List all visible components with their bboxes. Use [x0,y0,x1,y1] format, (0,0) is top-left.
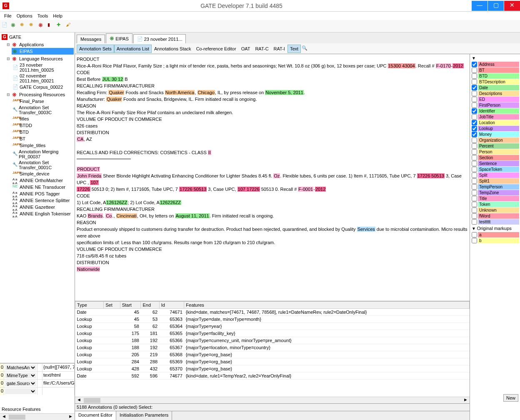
tree-item[interactable]: 📄GATE Corpus_00022 [12,84,74,90]
view-button[interactable]: RAT-I [271,45,288,53]
document-text[interactable]: PRODUCT Rice-A-Roni Rice Pilaf Flavor, F… [75,54,470,301]
annotation-set-row[interactable]: b [471,238,519,243]
table-row[interactable]: Lookup18819265367{majorType=location, mi… [75,344,470,351]
set-checkbox[interactable] [472,85,477,90]
set-checkbox[interactable] [472,126,477,131]
tree-item[interactable]: 📄02 november 2011.htm_00021 [12,73,74,84]
scrollbar-horizontal[interactable]: ◄► [75,397,470,403]
annotation-sets-panel[interactable]: ▼ AddressBTBTDBTDescriptionDateDescripti… [470,54,520,420]
table-row[interactable]: Lookup42843265370{majorType=org_base} [75,365,470,372]
close-button[interactable]: ✕ [504,1,520,11]
set-checkbox[interactable] [472,120,477,125]
annotation-set-row[interactable]: Lookup [471,126,519,131]
set-checkbox[interactable] [472,202,477,207]
toolbar-icon-1[interactable]: 📄 [2,22,10,30]
table-row[interactable]: Lookup455365363{majorType=date, minorTyp… [75,316,470,323]
tree-item[interactable]: JAPEFinal_Parse [12,98,74,105]
tree-item[interactable]: NEANNIE NE Transducer [12,184,74,190]
annotation-set-row[interactable]: BTDescription [471,79,519,85]
annotation-set-row[interactable]: BTD [471,73,519,79]
new-button[interactable]: New [503,394,518,402]
annotation-set-row[interactable]: BT [471,68,519,73]
tree-item[interactable]: A aa AANNIE Gazetteer [12,204,74,210]
collapse-arrow-icon[interactable]: ▼ Original markups [471,225,519,232]
maximize-button[interactable]: ▢ [488,1,504,11]
annotation-set-row[interactable]: Descriptions [471,91,519,96]
tree-item[interactable]: A aa AANNIE Sentence Splitter [12,197,74,204]
toolbar-icon-7[interactable]: ✚ [57,22,65,30]
set-checkbox[interactable] [472,155,477,160]
resource-tree[interactable]: GGATE ⊟❋Applications ❋EIPAS ⊟❋Language R… [0,32,75,363]
collapse-arrow-icon[interactable]: ▼ [471,55,519,61]
table-row[interactable]: Date59259674677{kind=date, rule1=TempYea… [75,372,470,380]
set-checkbox[interactable] [472,132,477,137]
tab-eipas[interactable]: ❋EIPAS [106,33,132,43]
toolbar-icon-6[interactable]: ▮ [48,22,56,30]
set-checkbox[interactable] [472,73,477,79]
annotation-set-row[interactable]: Identifier [471,108,519,114]
annotation-set-row[interactable]: JobTitle [471,114,519,120]
toolbar-icon-5[interactable]: ❋ [38,22,47,30]
set-checkbox[interactable] [472,161,477,166]
tab-document[interactable]: 📄23 noveber 2011... [133,34,186,43]
view-button[interactable]: Co-reference Editor [194,45,239,53]
rf-key-select[interactable]: MatchesAnnots [5,365,36,370]
annotation-set-row[interactable]: Sentence [471,161,519,166]
set-checkbox[interactable] [472,238,477,243]
set-checkbox[interactable] [472,172,477,178]
view-button[interactable]: RAT-C [252,45,271,53]
annotation-set-row[interactable]: Percent [471,143,519,149]
view-button[interactable]: Annotations List [114,45,152,53]
menu-help[interactable]: Help [50,13,65,18]
set-checkbox[interactable] [472,167,477,172]
toolbar-icon-3[interactable]: ❋ [20,22,28,30]
annotation-set-row[interactable]: Date [471,85,519,90]
view-button[interactable]: Text [288,45,301,53]
set-checkbox[interactable] [472,196,477,201]
tree-item-eipas[interactable]: ❋EIPAS [12,48,74,55]
annotation-set-row[interactable]: testtttt [471,219,519,225]
tree-item[interactable]: JAPESimple_titles [12,142,74,149]
tree-item[interactable]: 🔧Annotation Merging PR_00037 [12,149,74,160]
resource-features-grid[interactable]: 0MatchesAnnots{null=[[74697, 74699], [70… [0,363,75,405]
annotation-set-row[interactable]: Split1 [471,178,519,184]
set-checkbox[interactable] [472,149,477,155]
annotation-set-row[interactable]: Person [471,149,519,155]
rf-key-select[interactable]: MimeType [5,372,36,378]
annotation-set-row[interactable]: FirstPerson [471,102,519,108]
tree-item[interactable]: JAPEBTD [12,129,74,135]
table-row[interactable]: Lookup18819265366{majorType=currency_uni… [75,337,470,344]
annotations-table[interactable]: TypeSetStartEndIdFeaturesDate456274671{k… [75,301,470,397]
set-checkbox[interactable] [472,114,477,120]
annotation-set-row[interactable]: Organization [471,138,519,143]
set-checkbox[interactable] [472,97,477,102]
set-checkbox[interactable] [472,213,477,219]
annotation-set-row[interactable]: ED [471,97,519,102]
search-icon[interactable]: 🔍 [302,45,308,52]
annotation-set-row[interactable]: TempPerson [471,184,519,190]
menu-tools[interactable]: Tools [35,13,51,18]
tree-item[interactable]: 🔧Annotation Set Transfer_0001C [12,160,74,170]
expander-icon[interactable]: ⊟ [7,42,11,47]
annotation-set-row[interactable]: TempZone [471,190,519,195]
tab-init-params[interactable]: Initialisation Parameters [116,411,172,420]
tree-item[interactable]: JAPEBTDD [12,122,74,129]
rf-key-select[interactable]: gate.SourceURL [5,380,36,386]
set-checkbox[interactable] [472,232,477,238]
table-row[interactable]: Lookup20521965368{majorType=org_base} [75,351,470,358]
toolbar-icon-8[interactable]: 🖌 [66,22,74,30]
annotation-set-row[interactable]: Title [471,196,519,201]
toolbar-icon-2[interactable]: ❋ [11,22,19,30]
set-checkbox[interactable] [472,190,477,195]
annotation-set-row[interactable]: Section [471,155,519,160]
set-checkbox[interactable] [472,62,477,67]
scrollbar-horizontal[interactable]: ◄► [0,413,75,420]
tab-messages[interactable]: Messages [77,35,105,43]
table-row[interactable]: Lookup586265364{majorType=year} [75,323,470,330]
tab-document-editor[interactable]: Document Editor [75,411,116,420]
annotation-set-row[interactable]: Token [471,202,519,207]
annotation-set-row[interactable]: Location [471,120,519,125]
set-checkbox[interactable] [472,108,477,114]
view-button[interactable]: Annotations Stack [152,45,194,53]
tree-item[interactable]: A aa AANNIE POS Tagger [12,190,74,197]
